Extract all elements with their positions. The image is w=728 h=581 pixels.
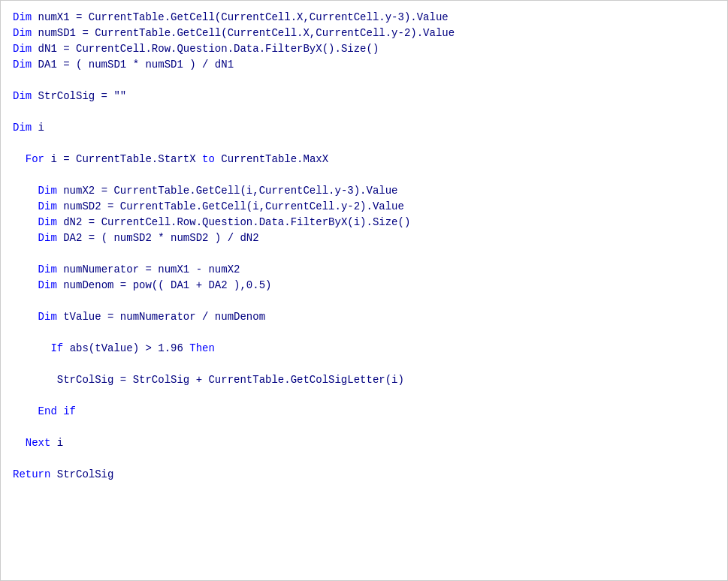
code-line: Dim dN2 = CurrentCell.Row.Question.Data.… [13,215,715,230]
code-token: End if [38,405,76,417]
code-token [13,342,50,354]
code-line: Dim i [13,120,715,136]
code-token: dN1 = CurrentCell.Row.Question.Data.Filt… [38,43,379,55]
code-line: For i = CurrentTable.StartX to CurrentTa… [13,152,715,167]
code-block: Dim numX1 = CurrentTable.GetCell(Current… [13,10,715,483]
code-token: Dim [38,200,64,212]
code-token: Dim [38,279,64,291]
code-line: Next i [13,435,715,451]
code-token [13,200,38,212]
code-token [13,311,38,323]
code-token: i = CurrentTable.StartX [50,153,202,165]
code-token [13,405,38,417]
code-token: StrColSig [57,468,114,480]
code-line: End if [13,404,715,420]
code-token: Then [189,342,215,354]
code-token: tValue = numNumerator / numDenom [63,311,265,323]
code-token [13,232,38,244]
code-token: For [26,153,51,165]
code-token: numX1 = CurrentTable.GetCell(CurrentCell… [38,11,449,23]
code-token: Dim [13,43,38,55]
code-token: abs(tValue) > 1.96 [70,342,190,354]
code-line: Dim tValue = numNumerator / numDenom [13,309,715,325]
code-line [13,420,715,435]
code-token [13,185,38,197]
code-line [13,451,715,467]
code-line [13,325,715,341]
code-line: Dim numSD2 = CurrentTable.GetCell(i,Curr… [13,199,715,215]
code-token: StrColSig = StrColSig + CurrentTable.Get… [13,374,404,386]
code-line: Dim numSD1 = CurrentTable.GetCell(Curren… [13,26,715,41]
code-token: Dim [13,90,38,102]
code-token: Dim [13,59,38,71]
code-line [13,73,715,89]
code-line: Dim StrColSig = "" [13,89,715,104]
code-token [13,437,26,449]
code-token [13,153,26,165]
code-token: numX2 = CurrentTable.GetCell(i,CurrentCe… [63,185,397,197]
code-line: Dim dN1 = CurrentCell.Row.Question.Data.… [13,41,715,57]
code-token: Dim [38,216,64,228]
code-token: DA1 = ( numSD1 * numSD1 ) / dN1 [38,59,234,71]
code-line [13,388,715,404]
code-line: StrColSig = StrColSig + CurrentTable.Get… [13,372,715,388]
code-token: i [38,122,44,134]
code-token [13,216,38,228]
code-container: Dim numX1 = CurrentTable.GetCell(Current… [0,0,728,581]
code-token: numDenom = pow(( DA1 + DA2 ),0.5) [63,279,271,291]
code-line [13,246,715,262]
code-line [13,294,715,309]
code-token: Next [26,437,57,449]
code-token: Dim [13,122,38,134]
code-line [13,136,715,152]
code-token: i [57,437,63,449]
code-token: Dim [38,311,64,323]
code-line: Dim numDenom = pow(( DA1 + DA2 ),0.5) [13,278,715,294]
code-line [13,104,715,120]
code-token: Dim [38,185,64,197]
code-line [13,357,715,372]
code-token: If [50,342,69,354]
code-token: DA2 = ( numSD2 * numSD2 ) / dN2 [63,232,258,244]
code-token: Return [13,468,57,480]
code-token: Dim [38,232,64,244]
code-token: numNumerator = numX1 - numX2 [63,263,240,275]
code-token: Dim [13,27,38,39]
code-token: to [202,153,215,165]
code-line: Dim DA2 = ( numSD2 * numSD2 ) / dN2 [13,230,715,246]
code-line: Dim numX1 = CurrentTable.GetCell(Current… [13,10,715,26]
code-line: Dim numX2 = CurrentTable.GetCell(i,Curre… [13,183,715,199]
code-line [13,167,715,183]
code-token: Dim [38,263,64,275]
code-token [13,279,38,291]
code-token [13,263,38,275]
code-token: CurrentTable.MaxX [215,153,328,165]
code-line: Dim numNumerator = numX1 - numX2 [13,262,715,278]
code-line: Dim DA1 = ( numSD1 * numSD1 ) / dN1 [13,57,715,73]
code-line: Return StrColSig [13,467,715,483]
code-token: numSD1 = CurrentTable.GetCell(CurrentCel… [38,27,455,39]
code-line: If abs(tValue) > 1.96 Then [13,341,715,357]
code-token: numSD2 = CurrentTable.GetCell(i,CurrentC… [63,200,404,212]
code-token: dN2 = CurrentCell.Row.Question.Data.Filt… [63,216,410,228]
code-token: Dim [13,11,38,23]
code-token: StrColSig = "" [38,90,127,102]
